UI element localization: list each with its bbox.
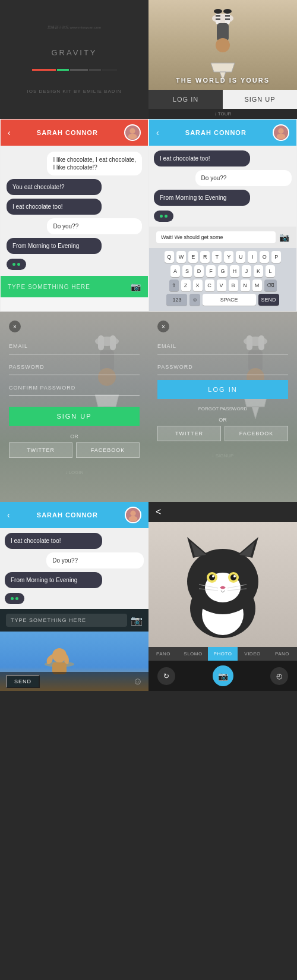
signup-password-input[interactable]: PASSWORD bbox=[9, 359, 140, 375]
photo-capture-button[interactable]: 📷 bbox=[213, 665, 233, 686]
key-o[interactable]: O bbox=[260, 251, 269, 263]
bar-dark-segment bbox=[102, 69, 117, 71]
photo-back-button[interactable]: < bbox=[156, 507, 161, 517]
camera-icon[interactable]: 📷 bbox=[131, 282, 141, 291]
key-b[interactable]: B bbox=[229, 279, 238, 291]
key-k[interactable]: K bbox=[254, 265, 263, 277]
key-space[interactable]: SPACE bbox=[203, 294, 256, 306]
key-shift[interactable]: ⇧ bbox=[169, 279, 179, 291]
signup-or-divider: OR bbox=[9, 434, 140, 439]
photo-timer-button[interactable]: ◴ bbox=[270, 667, 288, 685]
svg-point-0 bbox=[212, 14, 233, 23]
world-title-text: THE WORLD IS YOURS bbox=[148, 77, 297, 84]
svg-rect-5 bbox=[225, 15, 230, 17]
key-y[interactable]: Y bbox=[224, 251, 233, 263]
chat-text-input-3[interactable]: TYPE SOMETHING HERE bbox=[6, 614, 127, 627]
chat-panel-3: ‹ SARAH CONNOR I eat chocolate too! Do y… bbox=[0, 502, 148, 691]
message-bubble: You eat chocolate!? bbox=[7, 179, 102, 195]
typing-dot bbox=[160, 215, 163, 218]
chat-input-bar-1[interactable]: TYPE SOMETHING HERE 📷 bbox=[1, 276, 148, 297]
chat-title-1: SARAH CONNOR bbox=[11, 129, 124, 136]
svg-rect-4 bbox=[216, 18, 220, 20]
key-p[interactable]: P bbox=[271, 251, 281, 263]
key-send[interactable]: SEND bbox=[258, 294, 279, 306]
key-w[interactable]: W bbox=[176, 251, 187, 263]
key-t[interactable]: T bbox=[212, 251, 222, 263]
signup-close-button[interactable]: × bbox=[9, 321, 21, 332]
key-s[interactable]: S bbox=[182, 265, 192, 277]
signup-social-buttons: TWITTER FACEBOOK bbox=[9, 442, 140, 458]
key-h[interactable]: H bbox=[230, 265, 239, 277]
login-password-input[interactable]: PASSWORD bbox=[157, 359, 288, 375]
chat-avatar-3 bbox=[125, 507, 141, 523]
message-bubble: I eat chocolate too! bbox=[154, 150, 250, 167]
camera-icon-2[interactable]: 📷 bbox=[279, 233, 289, 242]
key-i[interactable]: I bbox=[248, 251, 257, 263]
typing-dot bbox=[11, 597, 14, 600]
svg-point-50 bbox=[209, 574, 215, 580]
typing-dot bbox=[15, 597, 18, 600]
svg-point-7 bbox=[214, 9, 222, 14]
chat-text-input[interactable]: Wait! We should get some bbox=[156, 231, 276, 243]
photo-rotate-button[interactable]: ↻ bbox=[157, 667, 175, 685]
camera-icon-3[interactable]: 📷 bbox=[131, 615, 143, 626]
signup-button[interactable]: SIGN UP bbox=[223, 90, 297, 109]
message-bubble: From Morning to Evening bbox=[154, 190, 250, 206]
svg-point-52 bbox=[212, 575, 214, 577]
key-d[interactable]: D bbox=[194, 265, 204, 277]
bar-gray2-segment bbox=[89, 69, 101, 71]
forgot-password-link[interactable]: FORGOT PASSWORD bbox=[157, 404, 288, 414]
signup-twitter-button[interactable]: TWITTER bbox=[9, 442, 72, 458]
signup-facebook-button[interactable]: FACEBOOK bbox=[76, 442, 140, 458]
key-r[interactable]: R bbox=[200, 251, 210, 263]
signup-submit-button[interactable]: SIGN UP bbox=[9, 407, 140, 426]
login-twitter-button[interactable]: TWITTER bbox=[157, 426, 221, 441]
chat-header-1: ‹ SARAH CONNOR bbox=[1, 120, 148, 146]
key-x[interactable]: X bbox=[193, 279, 203, 291]
photo-tab-slomo[interactable]: SLOMO bbox=[178, 647, 208, 661]
svg-point-10 bbox=[216, 38, 230, 52]
key-m[interactable]: M bbox=[252, 279, 262, 291]
key-a[interactable]: A bbox=[170, 265, 180, 277]
svg-rect-6 bbox=[225, 18, 230, 20]
key-c[interactable]: C bbox=[205, 279, 214, 291]
svg-point-8 bbox=[223, 9, 232, 14]
send-overlay: SEND ☺ bbox=[0, 672, 148, 691]
emoji-button[interactable]: ☺ bbox=[133, 676, 143, 687]
photo-tab-pano1[interactable]: PANO bbox=[148, 647, 178, 661]
signup-email-input[interactable]: EMAIL bbox=[9, 338, 140, 354]
key-emoji[interactable]: ☺ bbox=[189, 294, 200, 306]
send-photo-button[interactable]: SEND bbox=[6, 675, 40, 688]
photo-tab-video[interactable]: VIDEO bbox=[238, 647, 267, 661]
key-f[interactable]: F bbox=[206, 265, 216, 277]
key-v[interactable]: V bbox=[217, 279, 226, 291]
key-u[interactable]: U bbox=[236, 251, 245, 263]
svg-point-14 bbox=[129, 128, 135, 134]
key-n[interactable]: N bbox=[241, 279, 250, 291]
key-q[interactable]: Q bbox=[165, 251, 174, 263]
chat-avatar-1 bbox=[124, 124, 141, 141]
login-submit-button[interactable]: LOG IN bbox=[157, 380, 288, 399]
message-bubble: I eat chocolate too! bbox=[7, 199, 102, 215]
message-bubble: Do you?? bbox=[195, 170, 292, 186]
key-z[interactable]: Z bbox=[181, 279, 191, 291]
login-facebook-button[interactable]: FACEBOOK bbox=[225, 426, 288, 441]
photo-tab-pano2[interactable]: PANO bbox=[267, 647, 297, 661]
key-num[interactable]: 123 bbox=[166, 294, 187, 306]
key-g[interactable]: G bbox=[218, 265, 228, 277]
signup-confirm-input[interactable]: CONFIRM PASSWORD bbox=[9, 380, 140, 396]
key-e[interactable]: E bbox=[188, 251, 198, 263]
photo-tab-photo[interactable]: PHOTO bbox=[208, 647, 238, 661]
key-j[interactable]: J bbox=[242, 265, 251, 277]
svg-point-18 bbox=[277, 134, 286, 139]
svg-point-53 bbox=[233, 575, 236, 577]
photo-preview-area: SEND ☺ bbox=[0, 632, 148, 691]
login-close-button[interactable]: × bbox=[157, 321, 169, 332]
svg-point-35 bbox=[129, 516, 138, 522]
login-email-input[interactable]: EMAIL bbox=[157, 338, 288, 354]
login-button[interactable]: LOG IN bbox=[148, 90, 223, 109]
chat-input-bar-3: TYPE SOMETHING HERE 📷 bbox=[0, 609, 148, 632]
key-l[interactable]: L bbox=[266, 265, 275, 277]
key-delete[interactable]: ⌫ bbox=[264, 279, 277, 291]
message-bubble: From Morning to Evening bbox=[7, 238, 102, 254]
